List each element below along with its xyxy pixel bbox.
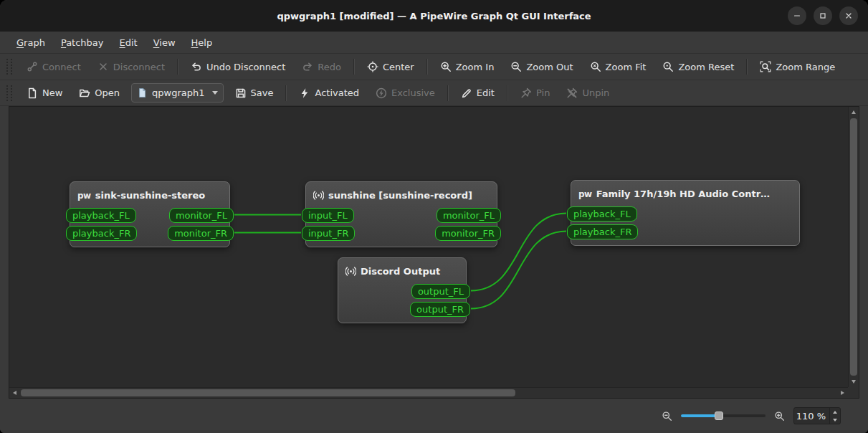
toolbar-handle[interactable] <box>6 85 12 101</box>
zoom-reset-button[interactable]: Zoom Reset <box>655 57 741 77</box>
port-monitor-fr[interactable]: monitor_FR <box>435 226 501 241</box>
node-title: sink-sunshine-stereo <box>95 190 206 201</box>
node-header: Discord Output <box>338 258 466 282</box>
file-icon <box>137 87 148 98</box>
menu-patchbay[interactable]: Patchbay <box>53 34 112 52</box>
statusbar-zoom-out-button[interactable] <box>662 411 672 422</box>
combo-value: qpwgraph1 <box>152 87 204 98</box>
zoom-slider[interactable] <box>681 410 766 422</box>
zoom-out-button[interactable]: Zoom Out <box>503 57 580 77</box>
exclusive-button: Exclusive <box>368 83 442 103</box>
minimize-button[interactable] <box>788 6 806 25</box>
window-title: qpwgraph1 [modified] — A PipeWire Graph … <box>277 11 591 22</box>
exclusive-icon <box>376 87 387 99</box>
zoom-spin-down-button[interactable] <box>830 416 840 424</box>
vertical-scrollbar[interactable] <box>848 107 859 387</box>
node-header: pwsink-sunshine-stereo <box>70 182 229 206</box>
scroll-left-icon[interactable] <box>13 391 16 395</box>
statusbar: 110 % <box>0 399 868 433</box>
unpin-icon <box>566 87 578 99</box>
zoom-out-icon <box>510 61 522 72</box>
zoom-fit-button[interactable]: Zoom Fit <box>583 57 654 77</box>
port-output-fl[interactable]: output_FL <box>411 284 470 299</box>
menubar: GraphPatchbayEditViewHelp <box>0 32 868 54</box>
toolbar-session: NewOpenqpwgraph1SaveActivatedExclusiveEd… <box>0 80 868 106</box>
toolbar-separator <box>507 85 508 101</box>
port-row: input_FRmonitor_FR <box>306 224 497 242</box>
graph-node-sink-sunshine-stereo[interactable]: pwsink-sunshine-stereoplayback_FLmonitor… <box>70 181 230 247</box>
pin-button: Pin <box>513 83 557 103</box>
node-title: sunshine [sunshine-record] <box>328 190 472 201</box>
port-monitor-fl[interactable]: monitor_FL <box>437 208 501 223</box>
vertical-scrollbar-thumb[interactable] <box>850 118 857 376</box>
activated-button[interactable]: Activated <box>292 83 366 103</box>
menu-edit[interactable]: Edit <box>112 34 146 52</box>
undo-disconnect-button[interactable]: Undo Disconnect <box>183 57 292 77</box>
zoom-in-icon <box>440 61 452 72</box>
maximize-button[interactable] <box>814 6 832 25</box>
toolbar-separator <box>426 59 428 75</box>
toolbar-handle[interactable] <box>6 59 12 75</box>
horizontal-scrollbar[interactable] <box>9 387 848 398</box>
statusbar-zoom-in-button[interactable] <box>774 411 785 422</box>
chevron-down-icon <box>212 91 218 95</box>
statusbar-zoom-out-icon <box>662 411 672 422</box>
new-button[interactable]: New <box>19 83 70 103</box>
close-button[interactable] <box>839 6 858 25</box>
toolbar-separator <box>285 85 287 101</box>
zoom-range-icon <box>760 61 771 72</box>
edit-button[interactable]: Edit <box>454 83 502 103</box>
graph-node-family-audio[interactable]: pwFamily 17h/19h HD Audio Contr…playback… <box>571 180 800 246</box>
port-playback-fr[interactable]: playback_FR <box>567 224 638 239</box>
redo-icon <box>302 61 313 72</box>
menu-graph[interactable]: Graph <box>9 34 53 52</box>
open-button[interactable]: Open <box>72 83 127 103</box>
activated-icon <box>299 87 310 99</box>
scroll-down-icon[interactable] <box>852 380 856 384</box>
scrollbar-corner <box>848 387 859 398</box>
zoom-value: 110 % <box>794 408 829 424</box>
connect-button: Connect <box>19 57 88 77</box>
port-playback-fl[interactable]: playback_FL <box>66 208 136 223</box>
port-input-fr[interactable]: input_FR <box>302 226 355 241</box>
menu-help[interactable]: Help <box>183 34 221 52</box>
menu-view[interactable]: View <box>146 34 183 52</box>
minimize-icon <box>793 11 801 20</box>
port-output-fr[interactable]: output_FR <box>410 302 470 317</box>
center-icon <box>367 61 378 72</box>
scroll-up-icon[interactable] <box>852 110 856 114</box>
port-monitor-fr[interactable]: monitor_FR <box>168 226 234 241</box>
disconnect-button: Disconnect <box>90 57 172 77</box>
port-row: output_FL <box>338 282 466 300</box>
port-playback-fl[interactable]: playback_FL <box>567 206 637 222</box>
zoom-in-button[interactable]: Zoom In <box>433 57 502 77</box>
port-input-fl[interactable]: input_FL <box>302 208 354 223</box>
port-playback-fr[interactable]: playback_FR <box>66 226 137 241</box>
window-controls <box>788 0 858 32</box>
wires-layer <box>9 107 859 398</box>
spin-down-icon <box>833 419 837 422</box>
zoom-slider-groove[interactable] <box>681 414 766 417</box>
patchbay-selector-combo[interactable]: qpwgraph1 <box>131 83 223 103</box>
new-icon <box>27 87 38 99</box>
spin-up-icon <box>833 411 837 414</box>
zoom-slider-handle[interactable] <box>715 411 723 420</box>
port-monitor-fl[interactable]: monitor_FL <box>169 208 234 223</box>
graph-canvas[interactable]: pwsink-sunshine-stereoplayback_FLmonitor… <box>9 106 859 399</box>
zoom-reset-icon <box>662 61 674 72</box>
zoom-spinbox[interactable]: 110 % <box>793 407 841 424</box>
center-button[interactable]: Center <box>360 57 421 77</box>
graph-node-sunshine[interactable]: sunshine [sunshine-record]input_FLmonito… <box>305 181 497 247</box>
horizontal-scrollbar-thumb[interactable] <box>21 389 515 396</box>
zoom-spin-up-button[interactable] <box>830 408 840 416</box>
node-header: sunshine [sunshine-record] <box>306 182 497 206</box>
toolbar-graph: ConnectDisconnectUndo DisconnectRedoCent… <box>0 54 868 80</box>
pipewire-icon: pw <box>578 189 592 199</box>
disconnect-icon <box>97 61 109 72</box>
scroll-right-icon[interactable] <box>841 391 844 395</box>
graph-node-discord-output[interactable]: Discord Outputoutput_FLoutput_FR <box>338 257 467 323</box>
titlebar[interactable]: qpwgraph1 [modified] — A PipeWire Graph … <box>0 0 868 32</box>
zoom-range-button[interactable]: Zoom Range <box>753 57 842 77</box>
pipewire-icon: pw <box>77 191 91 201</box>
save-button[interactable]: Save <box>228 83 281 103</box>
